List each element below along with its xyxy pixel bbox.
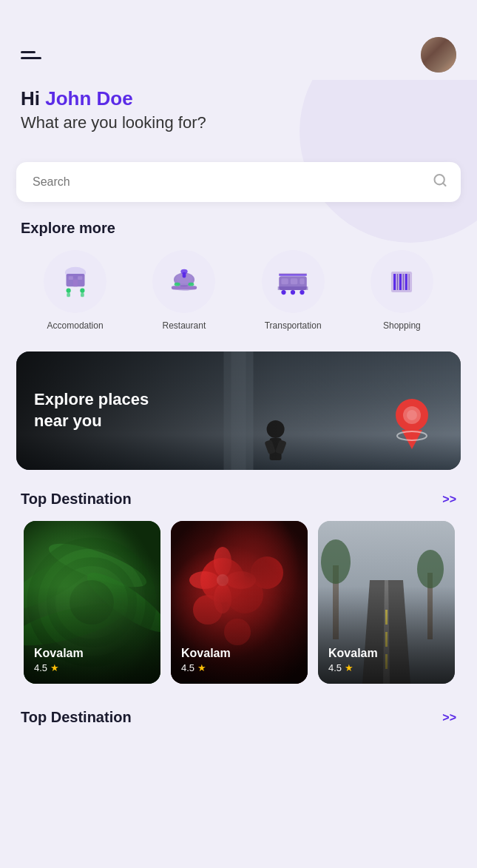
card1-info: Kovalam 4.5 ★	[34, 647, 84, 673]
greeting-text: Hi	[21, 87, 45, 110]
destination-card-1[interactable]: Kovalam 4.5 ★	[24, 521, 160, 684]
destination-cards-list: Kovalam 4.5 ★	[21, 521, 456, 691]
bottom-destination-see-more[interactable]: >>	[442, 711, 456, 724]
svg-rect-6	[73, 279, 78, 286]
accommodation-icon-circle	[44, 250, 106, 313]
svg-point-46	[407, 410, 417, 420]
card3-rating: 4.5 ★	[328, 662, 378, 673]
card3-rating-value: 4.5	[328, 662, 342, 673]
svg-rect-34	[405, 274, 407, 290]
location-pin	[390, 397, 434, 452]
menu-button[interactable]	[21, 51, 41, 59]
svg-point-27	[300, 289, 305, 294]
card2-star-icon: ★	[197, 662, 206, 673]
svg-rect-21	[291, 278, 297, 284]
card1-rating-value: 4.5	[34, 662, 47, 673]
subtitle: What are you looking for?	[21, 113, 456, 132]
card3-name: Kovalam	[328, 647, 378, 660]
card3-info: Kovalam 4.5 ★	[328, 647, 378, 673]
svg-line-1	[443, 183, 446, 186]
header	[0, 0, 477, 80]
card2-rating: 4.5 ★	[181, 662, 231, 673]
bottom-destination-title: Top Destination	[21, 709, 132, 726]
destination-card-2[interactable]: Kovalam 4.5 ★	[171, 521, 308, 684]
hero-section: Hi John Doe What are you looking for?	[0, 80, 477, 147]
card1-star-icon: ★	[50, 662, 59, 673]
restaurant-icon-circle	[152, 250, 215, 313]
shopping-label: Shopping	[383, 320, 421, 331]
greeting: Hi John Doe	[21, 87, 456, 110]
svg-rect-33	[403, 274, 405, 290]
search-container	[16, 162, 461, 202]
svg-point-18	[188, 282, 194, 286]
svg-rect-30	[393, 274, 396, 290]
card3-star-icon: ★	[345, 662, 353, 673]
category-transportation[interactable]: Transportation	[242, 250, 345, 331]
category-shopping[interactable]: Shopping	[351, 250, 453, 331]
svg-point-26	[291, 289, 295, 294]
top-destination-see-more[interactable]: >>	[442, 493, 456, 506]
banner-title: Explore places near you	[34, 389, 149, 431]
svg-rect-28	[278, 286, 308, 290]
destination-card-3[interactable]: Kovalam 4.5 ★	[318, 521, 455, 684]
card2-name: Kovalam	[181, 647, 231, 660]
svg-rect-31	[397, 274, 399, 290]
hero-text: Hi John Doe What are you looking for?	[21, 87, 456, 132]
svg-rect-5	[78, 276, 82, 280]
svg-rect-10	[81, 292, 84, 296]
transportation-icon-circle	[262, 250, 325, 313]
svg-rect-4	[68, 276, 72, 280]
svg-rect-22	[300, 278, 305, 284]
card2-info: Kovalam 4.5 ★	[181, 647, 231, 673]
card2-rating-value: 4.5	[181, 662, 194, 673]
search-icon	[433, 173, 447, 192]
svg-point-7	[66, 288, 70, 292]
user-name: John Doe	[45, 87, 132, 110]
svg-rect-8	[67, 292, 70, 296]
svg-point-9	[80, 288, 84, 292]
bottom-destination-section: Top Destination >>	[0, 691, 477, 761]
svg-point-25	[282, 289, 286, 294]
svg-rect-35	[409, 274, 410, 290]
top-destination-section: Top Destination >>	[0, 470, 477, 691]
category-restaurant[interactable]: Restaurant	[132, 250, 235, 331]
explore-title: Explore more	[21, 220, 115, 237]
top-destination-title: Top Destination	[21, 491, 132, 508]
explore-banner[interactable]: Explore places near you	[16, 351, 461, 470]
top-destination-header: Top Destination >>	[21, 491, 456, 508]
categories-list: Accomodation Restaurant	[21, 250, 456, 331]
svg-point-17	[175, 282, 180, 286]
shopping-icon-circle	[371, 250, 433, 313]
card1-rating: 4.5 ★	[34, 662, 84, 673]
svg-point-16	[180, 269, 187, 273]
banner-text: Explore places near you	[34, 389, 149, 431]
transportation-label: Transportation	[265, 320, 322, 331]
category-accommodation[interactable]: Accomodation	[24, 250, 126, 331]
accommodation-label: Accomodation	[47, 320, 104, 331]
avatar[interactable]	[421, 37, 456, 73]
svg-rect-20	[282, 278, 288, 284]
card1-name: Kovalam	[34, 647, 84, 660]
bottom-destination-header: Top Destination >>	[21, 709, 456, 726]
svg-rect-32	[399, 274, 402, 290]
restaurant-label: Restaurant	[163, 320, 206, 331]
search-input[interactable]	[16, 162, 461, 202]
